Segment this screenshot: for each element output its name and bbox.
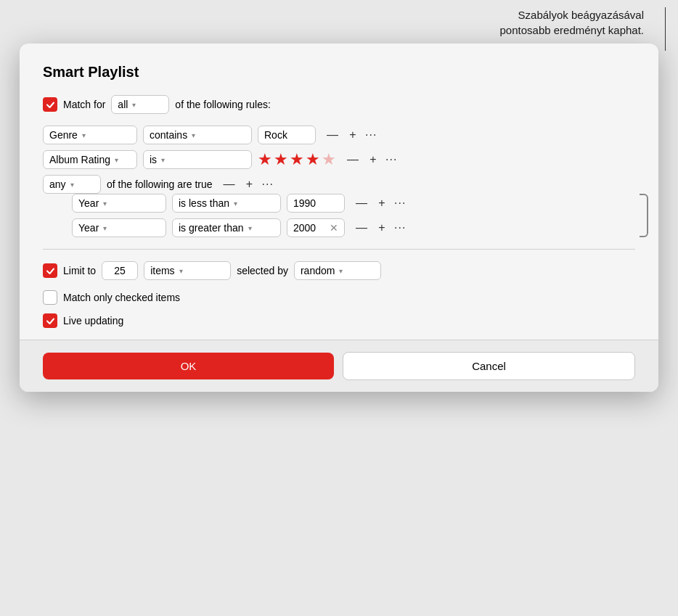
genre-field-select[interactable]: Genre ▾ [43,126,137,144]
album-rating-field-select[interactable]: Album Rating ▾ [43,150,137,169]
tooltip-line1: Szabályok beágyazásával [518,9,644,21]
year2-chevron: ▾ [103,224,107,232]
nested-rule2-more-button[interactable]: ··· [394,221,406,234]
live-updating-checkbox[interactable] [43,313,57,328]
any-value: any [49,178,66,190]
genre-condition-select[interactable]: contains ▾ [143,126,252,144]
genre-condition-chevron: ▾ [192,131,195,139]
tooltip-line2: pontosabb eredményt kaphat. [500,24,644,36]
year2-value-input[interactable]: 2000 ✕ [287,218,345,237]
year2-condition-select[interactable]: is greater than ▾ [172,218,281,237]
limit-value-input[interactable] [102,261,138,280]
album-rating-condition-chevron: ▾ [161,156,165,164]
year1-value-input[interactable]: 1990 [287,194,345,213]
table-row: Year ▾ is less than ▾ 1990 — + ··· [72,194,621,213]
rules-container: Genre ▾ contains ▾ Rock — + ··· Album Ra… [43,126,635,237]
rule1-remove-button[interactable]: — [324,127,340,143]
rule2-add-button[interactable]: + [365,152,381,168]
genre-chevron: ▾ [82,131,86,139]
year1-condition-select[interactable]: is less than ▾ [172,194,281,213]
any-remove-button[interactable]: — [221,176,237,192]
nested-rule2-actions: — + ··· [354,220,406,236]
limit-checkbox[interactable] [43,263,57,278]
album-rating-stars[interactable]: ★ ★ ★ ★ ★ [258,150,336,169]
nested-rule1-add-button[interactable]: + [374,195,390,211]
match-only-checked-row: Match only checked items [43,290,635,305]
match-only-checked-label: Match only checked items [63,292,180,303]
any-row: any ▾ of the following are true — + ··· [43,175,635,194]
year2-clear-button[interactable]: ✕ [330,222,338,234]
year1-condition: is less than [179,197,229,209]
year2-condition: is greater than [179,222,244,234]
nested-rule1-actions: — + ··· [354,195,406,211]
rule2-more-button[interactable]: ··· [385,153,397,166]
nested-rule2-remove-button[interactable]: — [354,220,369,236]
year1-chevron: ▾ [103,200,107,208]
nested-group: any ▾ of the following are true — + ··· … [43,175,635,237]
star-3: ★ [290,150,304,169]
star-2: ★ [274,150,288,169]
limit-method: random [301,265,335,276]
limit-unit: items [150,265,174,276]
match-label-before: Match for [63,99,105,110]
match-only-checked-checkbox[interactable] [43,290,57,305]
limit-unit-chevron: ▾ [179,267,183,275]
limit-method-select[interactable]: random ▾ [294,261,381,280]
match-all-chevron: ▾ [132,101,136,109]
selected-by-label: selected by [237,265,288,276]
year2-condition-chevron: ▾ [248,224,252,232]
rule2-remove-button[interactable]: — [345,152,361,168]
divider [43,249,635,250]
rule1-more-button[interactable]: ··· [365,128,377,141]
dialog-title: Smart Playlist [43,64,635,81]
nested-rules: Year ▾ is less than ▾ 1990 — + ··· [72,194,621,237]
any-add-button[interactable]: + [242,176,258,192]
smart-playlist-dialog: Smart Playlist Match for all ▾ of the fo… [20,44,658,392]
cancel-button[interactable]: Cancel [343,352,635,380]
any-row-actions: — + ··· [221,176,274,192]
nested-rule1-remove-button[interactable]: — [354,195,369,211]
any-select[interactable]: any ▾ [43,175,101,194]
any-chevron: ▾ [70,181,74,189]
limit-label: Limit to [63,265,96,276]
match-all-value: all [118,99,128,110]
rule1-actions: — + ··· [324,127,377,143]
star-5: ★ [322,150,336,169]
ok-button[interactable]: OK [43,353,334,379]
any-label: of the following are true [107,178,213,190]
table-row: Album Rating ▾ is ▾ ★ ★ ★ ★ ★ — + ··· [43,150,635,169]
limit-unit-select[interactable]: items ▾ [144,261,231,280]
any-more-button[interactable]: ··· [262,178,274,191]
live-updating-label: Live updating [63,315,123,327]
checkbox-options: Match only checked items Live updating [43,290,635,328]
dialog-footer: OK Cancel [20,340,658,392]
match-row: Match for all ▾ of the following rules: [43,95,635,114]
rule2-actions: — + ··· [345,152,397,168]
limit-method-chevron: ▾ [339,267,343,275]
limit-row: Limit to items ▾ selected by random ▾ [43,261,635,280]
match-all-select[interactable]: all ▾ [111,95,169,114]
table-row: Year ▾ is greater than ▾ 2000 ✕ — [72,218,621,237]
star-4: ★ [306,150,320,169]
live-updating-row: Live updating [43,313,635,328]
album-rating-label: Album Rating [49,154,110,165]
album-rating-condition-select[interactable]: is ▾ [143,150,252,169]
star-1: ★ [258,150,272,169]
album-rating-chevron: ▾ [115,156,118,164]
nested-bracket [640,194,648,237]
match-label-after: of the following rules: [175,99,271,110]
year1-condition-chevron: ▾ [234,200,237,208]
match-checkbox[interactable] [43,97,57,112]
nested-rule2-add-button[interactable]: + [374,220,390,236]
rule1-add-button[interactable]: + [345,127,361,143]
tooltip: Szabályok beágyazásával pontosabb eredmé… [12,7,666,38]
year2-field-select[interactable]: Year ▾ [72,218,166,237]
table-row: Genre ▾ contains ▾ Rock — + ··· [43,126,635,144]
year1-field-select[interactable]: Year ▾ [72,194,166,213]
nested-rule1-more-button[interactable]: ··· [394,197,406,210]
genre-value-input[interactable]: Rock [258,126,316,144]
